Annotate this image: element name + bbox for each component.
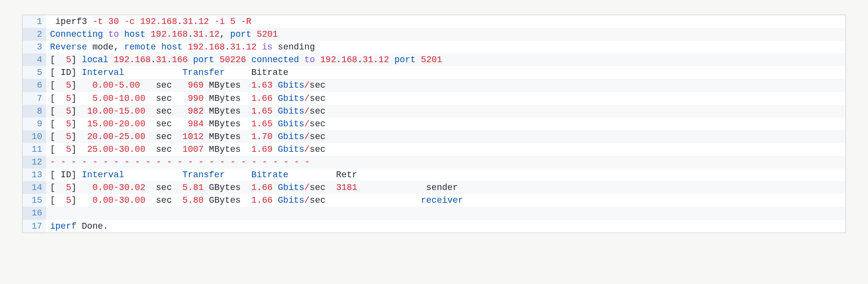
token: to xyxy=(108,29,119,39)
token: local xyxy=(82,55,108,65)
token xyxy=(225,17,230,26)
token: sec xyxy=(309,144,325,154)
line-number: 12 xyxy=(23,156,46,168)
token: MBytes xyxy=(204,80,251,90)
token: - xyxy=(220,157,225,167)
token: 50226 xyxy=(220,55,246,65)
token: 5.00-10.00 xyxy=(92,94,145,103)
token: sec xyxy=(145,106,187,116)
line-number: 6 xyxy=(23,79,46,92)
token xyxy=(151,157,156,167)
token: Gbits xyxy=(278,94,305,103)
code-line: 7[ 5] 5.00-10.00 sec 990 MBytes 1.66 Gbi… xyxy=(23,92,845,105)
line-number: 8 xyxy=(23,105,46,118)
token: 5 xyxy=(66,119,71,129)
code-line: 3Reverse mode, remote host 192.168.31.12… xyxy=(23,41,845,53)
token: -t xyxy=(92,17,103,26)
token: 31.12 xyxy=(193,29,220,39)
token xyxy=(273,80,278,90)
code-line: 12- - - - - - - - - - - - - - - - - - - … xyxy=(23,156,845,168)
token xyxy=(315,55,320,65)
token: - xyxy=(188,157,193,167)
token: [ ID] xyxy=(50,68,82,77)
token xyxy=(108,55,114,65)
token: Gbits xyxy=(278,119,305,129)
token: 5 xyxy=(230,17,235,26)
token xyxy=(119,17,124,26)
token: port xyxy=(193,55,214,65)
token xyxy=(225,157,230,167)
token: -c xyxy=(124,17,135,26)
token: 5 xyxy=(66,94,71,103)
token: sec xyxy=(145,132,182,142)
token: 192.168 xyxy=(151,29,188,39)
token: [ xyxy=(50,55,66,65)
line-content: [ 5] 10.00-15.00 sec 982 MBytes 1.65 Gbi… xyxy=(46,105,326,118)
token: 20.00-25.00 xyxy=(87,132,146,142)
token: - xyxy=(50,157,55,167)
token: - xyxy=(294,157,299,167)
token: - xyxy=(305,157,310,167)
token xyxy=(55,157,61,167)
token: ] xyxy=(71,55,82,65)
token xyxy=(103,17,108,26)
token: [ ID] xyxy=(50,170,82,180)
token: / xyxy=(305,106,310,116)
token xyxy=(98,157,103,167)
token: sec xyxy=(140,80,188,90)
token: 192.168 xyxy=(140,17,178,26)
line-content: iperf3 -t 30 -c 192.168.31.12 -i 5 -R xyxy=(46,15,252,28)
line-number: 9 xyxy=(23,118,46,130)
token xyxy=(124,170,182,180)
token: 5 xyxy=(66,106,71,116)
token: - xyxy=(71,157,77,167)
token: - xyxy=(283,157,289,167)
token xyxy=(119,29,124,39)
token: port xyxy=(394,55,415,65)
token: -R xyxy=(241,17,252,26)
token xyxy=(77,157,82,167)
line-number: 14 xyxy=(23,181,46,194)
code-line: 16 xyxy=(23,207,845,219)
token xyxy=(273,106,278,116)
token: 3181 xyxy=(336,183,357,192)
token: - xyxy=(146,157,151,167)
token: 10.00-15.00 xyxy=(87,106,146,116)
token xyxy=(289,157,294,167)
token: MBytes xyxy=(204,119,251,129)
token: 1.70 xyxy=(252,132,273,142)
token: ] xyxy=(71,119,87,129)
token: ] xyxy=(71,80,92,90)
token: / xyxy=(305,119,310,129)
token: ] xyxy=(71,106,87,116)
token xyxy=(87,157,93,167)
token: 5 xyxy=(66,80,71,90)
code-line: 17iperf Done. xyxy=(23,220,845,233)
token xyxy=(103,29,108,39)
token: 5 xyxy=(66,132,71,142)
token xyxy=(214,55,220,65)
token: Connecting xyxy=(50,29,103,39)
token: Bitrate xyxy=(252,170,289,180)
token: 1.69 xyxy=(252,144,273,154)
token: - xyxy=(167,157,172,167)
token: 1.65 xyxy=(252,106,273,116)
token: sec xyxy=(145,195,182,205)
token: / xyxy=(305,144,310,154)
token: 31.12 xyxy=(230,42,256,52)
token xyxy=(273,94,278,103)
token: host xyxy=(124,29,145,39)
token: , xyxy=(220,29,230,39)
token: 5201 xyxy=(256,29,278,39)
token: - xyxy=(124,157,129,167)
token: sec xyxy=(309,94,325,103)
token: 1.63 xyxy=(252,80,273,90)
line-content xyxy=(46,207,50,219)
token: - xyxy=(103,157,108,167)
token: 5 xyxy=(66,183,71,192)
token xyxy=(204,157,209,167)
token xyxy=(188,55,193,65)
line-number: 16 xyxy=(23,207,46,219)
line-number: 11 xyxy=(23,143,46,156)
line-content: [ 5] 5.00-10.00 sec 990 MBytes 1.66 Gbit… xyxy=(46,92,326,105)
